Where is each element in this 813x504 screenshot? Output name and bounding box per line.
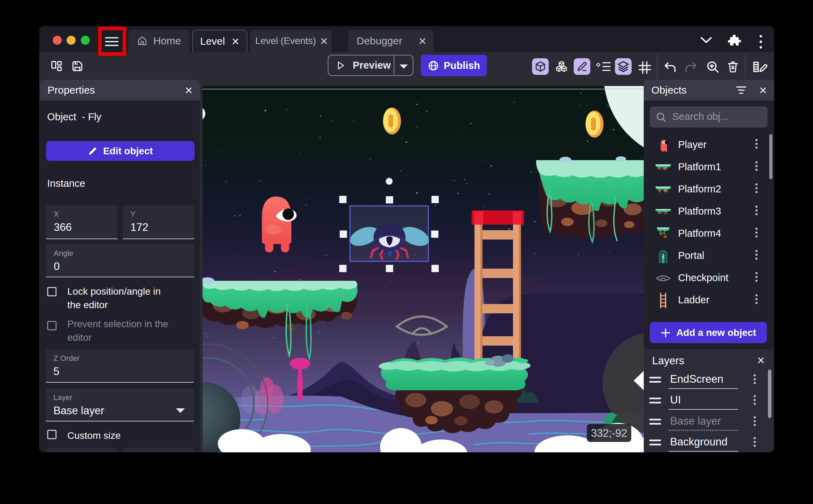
svg-text:332;-92: 332;-92 bbox=[591, 427, 627, 439]
